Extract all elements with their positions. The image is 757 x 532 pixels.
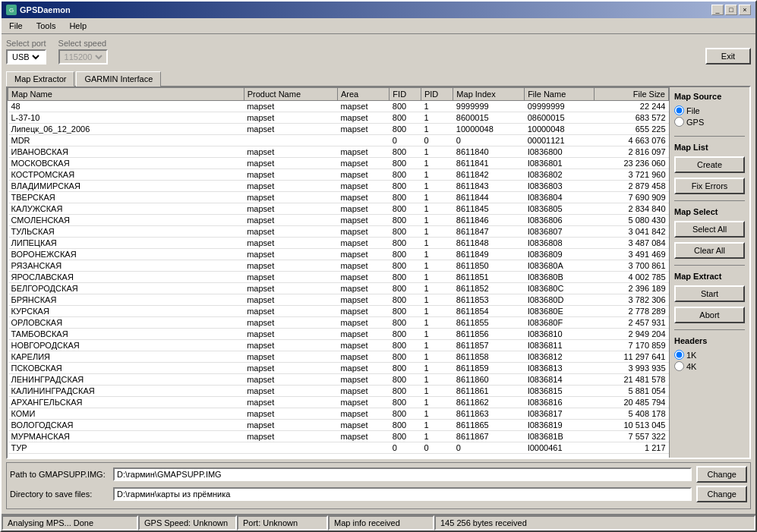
table-cell: mapset <box>244 226 337 238</box>
header-1k-row[interactable]: 1K <box>674 350 745 360</box>
table-row[interactable]: МОСКОВСКАЯmapsetmapset80018611841I083680… <box>8 158 669 169</box>
path-input[interactable] <box>113 467 692 481</box>
table-cell: MDR <box>8 135 244 146</box>
table-row[interactable]: ТАМБОВСКАЯmapsetmapset80018611856I083681… <box>8 329 669 340</box>
tab-garmin-interface[interactable]: GARMIN Interface <box>76 71 161 87</box>
table-cell: КОМИ <box>8 408 244 420</box>
table-row[interactable]: ПСКОВСКАЯmapsetmapset80018611859I0836813… <box>8 363 669 374</box>
create-button[interactable]: Create <box>674 156 745 173</box>
table-row[interactable]: БЕЛГОРОДСКАЯmapsetmapset80018611852I0836… <box>8 283 669 294</box>
table-cell: mapset <box>244 397 337 408</box>
table-cell: I0836817 <box>525 408 595 420</box>
header-1k-radio[interactable] <box>674 350 684 360</box>
menu-file[interactable]: File <box>5 20 27 32</box>
gps-radio-row[interactable]: GPS <box>674 117 745 127</box>
table-row[interactable]: ВОЛОГОДСКАЯmapsetmapset80018611865I08368… <box>8 420 669 431</box>
file-radio-row[interactable]: File <box>674 105 745 115</box>
table-cell: mapset <box>337 386 389 397</box>
table-cell: mapset <box>244 306 337 317</box>
table-row[interactable]: ТУР000I00004611 217 <box>8 442 669 454</box>
table-row[interactable]: ЛЕНИНГРАДСКАЯmapsetmapset80018611860I083… <box>8 374 669 386</box>
table-cell: 8611848 <box>453 238 525 249</box>
file-radio[interactable] <box>674 105 684 115</box>
port-group: Select port USB <box>6 39 46 65</box>
speed-select[interactable]: 115200 <box>62 52 105 62</box>
table-row[interactable]: L-37-10mapsetmapset800186000150860001568… <box>8 112 669 124</box>
table-cell: I083680C <box>525 283 595 294</box>
dir-input[interactable] <box>113 487 692 501</box>
table-row[interactable]: КАРЕЛИЯmapsetmapset80018611858I083681211… <box>8 351 669 363</box>
menu-bar: File Tools Help <box>2 18 755 34</box>
table-row[interactable]: ТУЛЬСКАЯmapsetmapset80018611847I08368073… <box>8 226 669 238</box>
table-row[interactable]: РЯЗАНСКАЯmapsetmapset80018611850I083680A… <box>8 260 669 272</box>
table-cell: mapset <box>337 363 389 374</box>
table-cell: 8611849 <box>453 249 525 260</box>
maximize-button[interactable]: □ <box>725 5 737 15</box>
table-cell: mapset <box>244 340 337 351</box>
table-cell: 8611852 <box>453 283 525 294</box>
table-cell: 1 <box>421 363 453 374</box>
table-row[interactable]: ЛИПЕЦКАЯmapsetmapset80018611848I08368083… <box>8 238 669 249</box>
table-cell: 1 <box>421 272 453 283</box>
table-cell: mapset <box>337 351 389 363</box>
col-area: Area <box>337 88 389 101</box>
abort-button[interactable]: Abort <box>674 307 745 323</box>
table-cell: mapset <box>337 124 389 135</box>
table-cell: 1 <box>421 340 453 351</box>
table-cell: 8611846 <box>453 215 525 226</box>
table-row[interactable]: СМОЛЕНСКАЯmapsetmapset80018611846I083680… <box>8 215 669 226</box>
close-button[interactable]: × <box>739 5 751 15</box>
table-row[interactable]: КАЛУЖСКАЯmapsetmapset80018611845I0836805… <box>8 203 669 215</box>
table-row[interactable]: НОВГОРОДСКАЯmapsetmapset80018611857I0836… <box>8 340 669 351</box>
table-row[interactable]: КОМИmapsetmapset80018611863I08368175 408… <box>8 408 669 420</box>
table-cell: 7 557 322 <box>594 431 668 442</box>
table-row[interactable]: КОСТРОМСКАЯmapsetmapset80018611842I08368… <box>8 169 669 181</box>
col-map-index: Map Index <box>453 88 525 101</box>
table-cell: mapset <box>337 226 389 238</box>
table-cell: 8611859 <box>453 363 525 374</box>
table-row[interactable]: МУРМАНСКАЯmapsetmapset80018611867I083681… <box>8 431 669 442</box>
header-4k-row[interactable]: 4K <box>674 361 745 371</box>
speed-group: Select speed 115200 <box>58 39 108 65</box>
tab-map-extractor[interactable]: Map Extractor <box>6 71 74 87</box>
minimize-button[interactable]: _ <box>711 5 724 15</box>
table-cell: 800 <box>390 363 421 374</box>
menu-tools[interactable]: Tools <box>32 20 61 32</box>
table-cell: 8611840 <box>453 146 525 158</box>
table-cell: I083681B <box>525 431 595 442</box>
table-row[interactable]: MDR000000011214 663 076 <box>8 135 669 146</box>
dir-row: Directory to save files: Change <box>10 486 747 502</box>
col-product-name: Product Name <box>244 88 337 101</box>
table-cell: mapset <box>244 386 337 397</box>
table-row[interactable]: КАЛИНИНГРАДСКАЯmapsetmapset80018611861I0… <box>8 386 669 397</box>
change1-button[interactable]: Change <box>696 466 747 483</box>
table-section[interactable]: Map Name Product Name Area FID PID Map I… <box>8 87 670 458</box>
table-cell: 800 <box>390 238 421 249</box>
table-cell: ВОЛОГОДСКАЯ <box>8 420 244 431</box>
table-row[interactable]: ИВАНОВСКАЯmapsetmapset80018611840I083680… <box>8 146 669 158</box>
table-row[interactable]: 48mapsetmapset800199999990999999922 244 <box>8 101 669 112</box>
fix-errors-button[interactable]: Fix Errors <box>674 178 745 194</box>
clear-all-button[interactable]: Clear All <box>674 242 745 259</box>
table-cell: 8611863 <box>453 408 525 420</box>
table-row[interactable]: ОРЛОВСКАЯmapsetmapset80018611855I083680F… <box>8 317 669 329</box>
table-row[interactable]: Липецк_06_12_2006mapsetmapset80011000004… <box>8 124 669 135</box>
menu-help[interactable]: Help <box>65 20 91 32</box>
start-button[interactable]: Start <box>674 285 745 302</box>
header-4k-radio[interactable] <box>674 361 684 371</box>
change2-button[interactable]: Change <box>696 486 747 502</box>
table-row[interactable]: БРЯНСКАЯmapsetmapset80018611853I083680D3… <box>8 294 669 306</box>
table-row[interactable]: ЯРОСЛАВСКАЯmapsetmapset80018611851I08368… <box>8 272 669 283</box>
port-select[interactable]: USB <box>9 52 42 62</box>
table-row[interactable]: АРХАНГЕЛЬСКАЯmapsetmapset80018611862I083… <box>8 397 669 408</box>
table-cell: КАЛИНИНГРАДСКАЯ <box>8 386 244 397</box>
table-cell: I0836805 <box>525 203 595 215</box>
select-all-button[interactable]: Select All <box>674 221 745 238</box>
exit-button[interactable]: Exit <box>705 48 751 65</box>
table-row[interactable]: ТВЕРСКАЯmapsetmapset80018611844I08368047… <box>8 192 669 203</box>
table-row[interactable]: КУРСКАЯmapsetmapset80018611854I083680E2 … <box>8 306 669 317</box>
gps-radio[interactable] <box>674 117 684 127</box>
table-row[interactable]: ВЛАДИМИРСКАЯmapsetmapset80018611843I0836… <box>8 181 669 192</box>
table-row[interactable]: ВОРОНЕЖСКАЯmapsetmapset80018611849I08368… <box>8 249 669 260</box>
table-cell: I083680F <box>525 317 595 329</box>
